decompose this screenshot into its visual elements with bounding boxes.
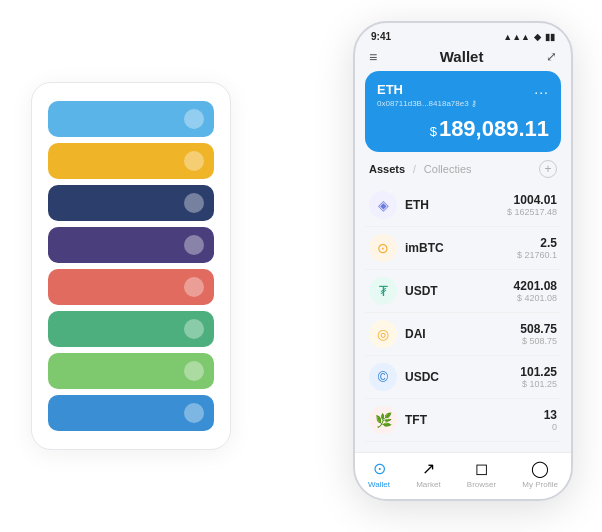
eth-card-label: ETH [377,82,403,97]
asset-name: USDT [405,284,438,298]
asset-value: 0 [544,422,557,432]
asset-list: ◈ETH1004.01$ 162517.48⊙imBTC2.5$ 21760.1… [355,184,571,452]
nav-icon: ↗ [422,459,435,478]
card-dot-icon [184,193,204,213]
status-time: 9:41 [371,31,391,42]
card-dot-icon [184,109,204,129]
card-item[interactable] [48,395,214,431]
nav-icon: ◯ [531,459,549,478]
card-item[interactable] [48,353,214,389]
card-item[interactable] [48,185,214,221]
tab-assets[interactable]: Assets [369,163,405,175]
asset-name: ETH [405,198,429,212]
signal-icon: ▲▲▲ [503,32,530,42]
expand-icon[interactable]: ⤢ [546,49,557,64]
asset-list-item[interactable]: ◈ETH1004.01$ 162517.48 [365,184,561,227]
battery-icon: ▮▮ [545,32,555,42]
nav-label: My Profile [522,480,558,489]
card-dot-icon [184,277,204,297]
asset-value: $ 21760.1 [517,250,557,260]
nav-item-browser[interactable]: ◻Browser [467,459,496,489]
card-dot-icon [184,151,204,171]
assets-header: Assets / Collecties + [355,160,571,184]
asset-icon: © [369,363,397,391]
card-item[interactable] [48,269,214,305]
asset-list-item[interactable]: ⊙imBTC2.5$ 21760.1 [365,227,561,270]
asset-name: TFT [405,413,427,427]
bottom-nav: ⊙Wallet↗Market◻Browser◯My Profile [355,452,571,499]
card-stack [31,82,231,450]
asset-left: ₮USDT [369,277,438,305]
asset-amount: 1004.01 [507,193,557,207]
nav-item-my-profile[interactable]: ◯My Profile [522,459,558,489]
asset-list-item[interactable]: ©USDC101.25$ 101.25 [365,356,561,399]
tab-divider: / [413,164,416,175]
asset-list-item[interactable]: ₮USDT4201.08$ 4201.08 [365,270,561,313]
asset-right: 4201.08$ 4201.08 [514,279,557,303]
nav-icon: ◻ [475,459,488,478]
nav-item-market[interactable]: ↗Market [416,459,440,489]
card-dot-icon [184,319,204,339]
asset-icon: ⊙ [369,234,397,262]
asset-right: 2.5$ 21760.1 [517,236,557,260]
asset-list-item[interactable]: ◎DAI508.75$ 508.75 [365,313,561,356]
asset-name: imBTC [405,241,444,255]
asset-value: $ 4201.08 [514,293,557,303]
asset-amount: 101.25 [520,365,557,379]
nav-label: Browser [467,480,496,489]
card-dot-icon [184,235,204,255]
status-bar: 9:41 ▲▲▲ ◆ ▮▮ [355,23,571,44]
asset-amount: 4201.08 [514,279,557,293]
asset-right: 508.75$ 508.75 [520,322,557,346]
asset-left: ⊙imBTC [369,234,444,262]
asset-icon: ₮ [369,277,397,305]
asset-left: ◈ETH [369,191,429,219]
tab-collecties[interactable]: Collecties [424,163,472,175]
card-item[interactable] [48,143,214,179]
eth-balance-symbol: $ [430,124,437,139]
scene: 9:41 ▲▲▲ ◆ ▮▮ ≡ Wallet ⤢ ETH ... 0x08711… [11,11,591,521]
asset-left: ©USDC [369,363,439,391]
asset-right: 101.25$ 101.25 [520,365,557,389]
asset-right: 130 [544,408,557,432]
nav-item-wallet[interactable]: ⊙Wallet [368,459,390,489]
eth-card[interactable]: ETH ... 0x08711d3B...8418a78e3 ⚷ $189,08… [365,71,561,152]
asset-icon: ◎ [369,320,397,348]
asset-name: USDC [405,370,439,384]
card-dot-icon [184,403,204,423]
asset-value: $ 508.75 [520,336,557,346]
asset-left: ◎DAI [369,320,426,348]
asset-left: 🌿TFT [369,406,427,434]
phone-mockup: 9:41 ▲▲▲ ◆ ▮▮ ≡ Wallet ⤢ ETH ... 0x08711… [353,21,573,501]
asset-amount: 2.5 [517,236,557,250]
asset-icon: 🌿 [369,406,397,434]
asset-amount: 508.75 [520,322,557,336]
card-item[interactable] [48,311,214,347]
eth-card-menu[interactable]: ... [534,81,549,97]
asset-list-item[interactable]: 🌿TFT130 [365,399,561,442]
eth-address: 0x08711d3B...8418a78e3 ⚷ [377,99,549,108]
asset-icon: ◈ [369,191,397,219]
eth-balance-amount: 189,089.11 [439,116,549,141]
eth-balance: $189,089.11 [377,116,549,142]
menu-icon[interactable]: ≡ [369,49,377,65]
status-icons: ▲▲▲ ◆ ▮▮ [503,32,555,42]
asset-amount: 13 [544,408,557,422]
asset-value: $ 162517.48 [507,207,557,217]
nav-label: Wallet [368,480,390,489]
wifi-icon: ◆ [534,32,541,42]
asset-name: DAI [405,327,426,341]
card-dot-icon [184,361,204,381]
phone-header: ≡ Wallet ⤢ [355,44,571,71]
asset-right: 1004.01$ 162517.48 [507,193,557,217]
add-asset-button[interactable]: + [539,160,557,178]
nav-label: Market [416,480,440,489]
nav-icon: ⊙ [373,459,386,478]
asset-value: $ 101.25 [520,379,557,389]
page-title: Wallet [440,48,484,65]
assets-tabs: Assets / Collecties [369,163,472,175]
card-item[interactable] [48,227,214,263]
card-item[interactable] [48,101,214,137]
